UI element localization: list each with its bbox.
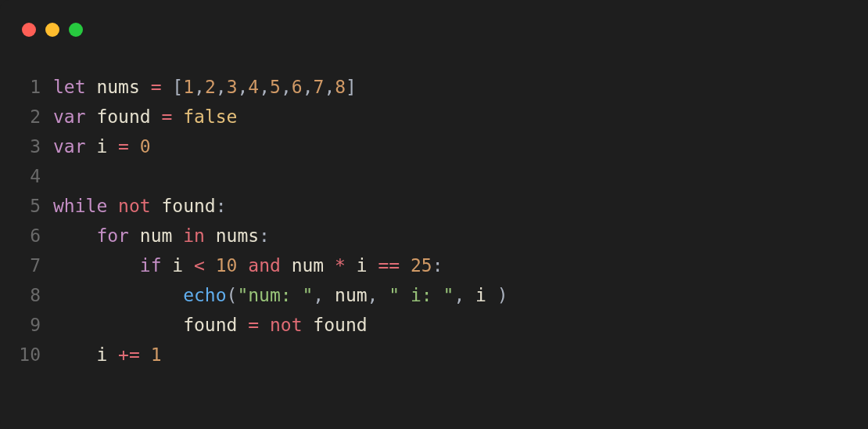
line-number: 2 xyxy=(16,102,53,132)
token: , xyxy=(281,77,292,97)
line-number: 5 xyxy=(16,191,53,221)
code-content[interactable]: var found = false xyxy=(53,102,852,132)
token: * xyxy=(335,255,357,276)
token: 3 xyxy=(227,77,238,97)
token: == xyxy=(378,255,411,276)
token: i xyxy=(357,255,378,276)
window-titlebar xyxy=(0,19,868,41)
token: ) xyxy=(497,285,508,305)
token: echo xyxy=(183,285,226,305)
code-line[interactable]: 7 if i < 10 and num * i == 25: xyxy=(16,251,852,280)
token: = xyxy=(248,315,270,335)
token: i xyxy=(172,255,194,276)
token: [ xyxy=(172,77,183,97)
token: "num: " xyxy=(237,285,313,305)
token: false xyxy=(183,106,237,127)
token: = xyxy=(118,136,140,157)
line-number: 7 xyxy=(16,251,53,280)
token: 6 xyxy=(292,77,303,97)
token: var xyxy=(53,106,96,127)
code-content[interactable]: for num in nums: xyxy=(53,221,852,251)
line-number: 10 xyxy=(16,340,53,370)
token: var xyxy=(53,136,96,157)
code-line[interactable]: 2var found = false xyxy=(16,102,852,132)
line-number: 1 xyxy=(16,72,53,102)
code-content[interactable]: let nums = [1,2,3,4,5,6,7,8] xyxy=(53,72,852,102)
token: , xyxy=(303,77,314,97)
token: found xyxy=(183,315,248,335)
token: num xyxy=(335,285,368,305)
code-line[interactable]: 3var i = 0 xyxy=(16,132,852,161)
token: 1 xyxy=(183,77,194,97)
token: 25 xyxy=(411,255,432,276)
line-number: 9 xyxy=(16,310,53,340)
code-window: 1let nums = [1,2,3,4,5,6,7,8]2var found … xyxy=(0,0,868,429)
token: 5 xyxy=(270,77,281,97)
token: while xyxy=(53,196,118,216)
token: : xyxy=(259,225,270,246)
token: not xyxy=(270,315,313,335)
token: , xyxy=(313,285,335,305)
token: and xyxy=(248,255,291,276)
token: in xyxy=(183,225,216,246)
token: ( xyxy=(227,285,238,305)
minimize-window-icon[interactable] xyxy=(45,23,59,37)
token: : xyxy=(216,196,227,216)
token: += xyxy=(118,344,151,365)
code-content[interactable]: while not found: xyxy=(53,191,852,221)
code-line[interactable]: 1let nums = [1,2,3,4,5,6,7,8] xyxy=(16,72,852,102)
token: found xyxy=(96,106,161,127)
line-number: 6 xyxy=(16,221,53,251)
token: found xyxy=(313,315,367,335)
code-content[interactable]: i += 1 xyxy=(53,340,852,370)
token: 4 xyxy=(248,77,259,97)
token: ] xyxy=(346,77,357,97)
token: : xyxy=(432,255,443,276)
token: 8 xyxy=(335,77,346,97)
token: 0 xyxy=(140,136,151,157)
code-editor[interactable]: 1let nums = [1,2,3,4,5,6,7,8]2var found … xyxy=(0,41,868,385)
token: not xyxy=(118,196,161,216)
code-line[interactable]: 6 for num in nums: xyxy=(16,221,852,251)
token: for xyxy=(96,225,139,246)
code-line[interactable]: 8 echo("num: ", num, " i: ", i ) xyxy=(16,280,852,310)
code-line[interactable]: 9 found = not found xyxy=(16,310,852,340)
token: let xyxy=(53,77,96,97)
token: num xyxy=(292,255,335,276)
code-content[interactable]: found = not found xyxy=(53,310,852,340)
code-line[interactable]: 10 i += 1 xyxy=(16,340,852,370)
token: < xyxy=(194,255,216,276)
close-window-icon[interactable] xyxy=(22,23,36,37)
token: found xyxy=(161,196,215,216)
token: , xyxy=(216,77,227,97)
code-content[interactable]: if i < 10 and num * i == 25: xyxy=(53,251,852,280)
token: i xyxy=(475,285,497,305)
token: , xyxy=(368,285,389,305)
token: = xyxy=(161,106,183,127)
code-line[interactable]: 5while not found: xyxy=(16,191,852,221)
code-content[interactable]: var i = 0 xyxy=(53,132,852,161)
line-number: 8 xyxy=(16,280,53,310)
token: 1 xyxy=(151,344,162,365)
line-number: 3 xyxy=(16,132,53,161)
code-content[interactable] xyxy=(53,161,852,191)
token: num xyxy=(140,225,183,246)
token: , xyxy=(454,285,475,305)
token: i xyxy=(96,136,118,157)
token: = xyxy=(151,77,173,97)
token: 7 xyxy=(314,77,325,97)
code-content[interactable]: echo("num: ", num, " i: ", i ) xyxy=(53,280,852,310)
token: if xyxy=(140,255,173,276)
maximize-window-icon[interactable] xyxy=(69,23,83,37)
token: 10 xyxy=(216,255,249,276)
code-line[interactable]: 4 xyxy=(16,161,852,191)
token: , xyxy=(238,77,249,97)
token: 2 xyxy=(205,77,216,97)
token: " i: " xyxy=(389,285,454,305)
token: nums xyxy=(216,225,259,246)
token: i xyxy=(96,344,118,365)
token: , xyxy=(259,77,270,97)
line-number: 4 xyxy=(16,161,53,191)
token: nums xyxy=(96,77,150,97)
token: , xyxy=(194,77,205,97)
